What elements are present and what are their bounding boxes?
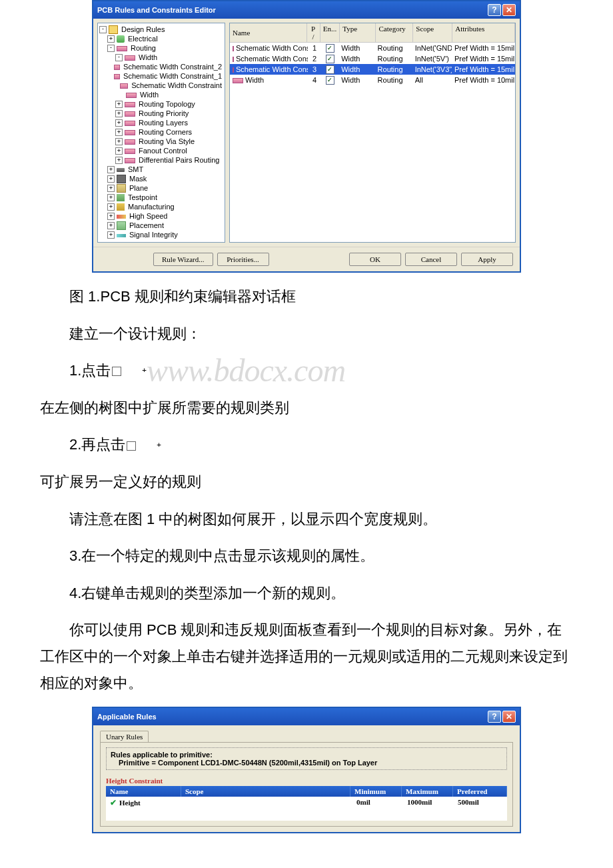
- paragraph: 4.右键单击规则的类型添加一个新的规则。: [40, 580, 573, 607]
- tree-routing[interactable]: Routing: [129, 43, 157, 53]
- rule-type: Width: [338, 75, 374, 85]
- apply-button[interactable]: Apply: [461, 253, 513, 266]
- expand-icon[interactable]: +: [107, 203, 115, 211]
- tree-root[interactable]: Design Rules: [120, 25, 166, 34]
- collapse-icon[interactable]: -: [115, 54, 123, 61]
- help-button[interactable]: ?: [488, 4, 501, 16]
- expand-icon[interactable]: +: [115, 119, 123, 127]
- collapse-icon[interactable]: -: [99, 26, 107, 33]
- box-value: Primitive = Component LCD1-DMC-50448N (5…: [119, 759, 377, 767]
- tree-via[interactable]: Routing Via Style: [137, 137, 196, 146]
- tree-diffpair[interactable]: Differential Pairs Routing: [137, 155, 221, 165]
- rule-attributes: Pref Width = 15mil Min Wi: [452, 43, 515, 53]
- tree-electrical[interactable]: Electrical: [127, 34, 159, 43]
- dialog-titlebar[interactable]: PCB Rules and Constraints Editor ? ✕: [93, 1, 520, 19]
- check-icon: ✔: [110, 798, 117, 807]
- ok-button[interactable]: OK: [349, 253, 401, 266]
- expand-icon[interactable]: +: [107, 185, 115, 192]
- expand-icon[interactable]: +: [115, 157, 123, 164]
- enabled-checkbox[interactable]: ✓: [326, 65, 334, 74]
- tree-plane[interactable]: Plane: [128, 183, 149, 193]
- col-attributes[interactable]: Attributes: [452, 23, 515, 42]
- expand-icon[interactable]: +: [107, 231, 115, 239]
- col-priority[interactable]: P /: [307, 23, 320, 42]
- tree-topology[interactable]: Routing Topology: [137, 99, 197, 109]
- paragraph: 2.再点击+: [40, 431, 573, 458]
- tree-sig[interactable]: Signal Integrity: [128, 230, 179, 239]
- paragraph: 在左侧的树图中扩展所需要的规则类别: [40, 395, 573, 421]
- rule-attributes: Pref Width = 15mil Min Wi: [452, 65, 515, 74]
- tab-unary-rules[interactable]: Unary Rules: [100, 731, 149, 742]
- tree-priority[interactable]: Routing Priority: [137, 109, 190, 118]
- rule-scope: InNet('5V'): [412, 54, 452, 63]
- tree-layers[interactable]: Routing Layers: [137, 118, 189, 127]
- expand-icon[interactable]: +: [115, 129, 123, 136]
- list-row[interactable]: Schematic Width Constraint3✓WidthRouting…: [230, 64, 515, 75]
- tree-width2[interactable]: Width: [139, 90, 160, 99]
- expand-icon[interactable]: +: [107, 222, 115, 229]
- enabled-checkbox[interactable]: ✓: [326, 76, 334, 85]
- expand-icon[interactable]: +: [107, 166, 115, 173]
- dialog-title: PCB Rules and Constraints Editor: [97, 6, 216, 14]
- tree-corners[interactable]: Routing Corners: [137, 127, 193, 137]
- rule-attributes: Pref Width = 15mil Min Wi: [452, 54, 515, 63]
- rules-tree[interactable]: -Design Rules +Electrical -Routing -Widt…: [97, 23, 225, 243]
- rule-type: Width: [338, 54, 374, 63]
- rules-list[interactable]: Name P / En... Type Category Scope Attri…: [229, 23, 516, 243]
- col-enabled[interactable]: En...: [320, 23, 340, 42]
- tree-smt[interactable]: SMT: [127, 165, 145, 174]
- close-button[interactable]: ✕: [502, 711, 516, 723]
- tree-swc1[interactable]: Schematic Width Constraint_1: [122, 71, 223, 81]
- list-row[interactable]: Schematic Width Constraint_2✓WidthRoutin…: [230, 53, 515, 64]
- col-category[interactable]: Category: [376, 23, 413, 42]
- mask-icon: [117, 175, 126, 183]
- rule-table-row[interactable]: ✔Height 0mil 1000mil 500mil: [106, 797, 507, 809]
- priorities-button[interactable]: Priorities...: [217, 253, 269, 266]
- enabled-checkbox[interactable]: ✓: [326, 55, 334, 63]
- smt-icon: [117, 168, 125, 172]
- col-type[interactable]: Type: [340, 23, 376, 42]
- expand-icon[interactable]: +: [107, 194, 115, 201]
- list-row[interactable]: Schematic Width Constraint_1✓WidthRoutin…: [230, 43, 515, 53]
- expand-icon[interactable]: +: [115, 110, 123, 117]
- dialog-titlebar[interactable]: Applicable Rules ? ✕: [93, 708, 520, 725]
- rule-scope: [181, 797, 352, 809]
- expand-icon[interactable]: +: [115, 138, 123, 145]
- tree-mfg[interactable]: Manufacturing: [127, 202, 176, 211]
- tree-placement[interactable]: Placement: [128, 221, 165, 230]
- cancel-button[interactable]: Cancel: [405, 253, 457, 266]
- list-row[interactable]: Width4✓WidthRoutingAllPref Width = 10mil…: [230, 75, 515, 85]
- expand-icon[interactable]: +: [115, 147, 123, 155]
- tree-fanout[interactable]: Fanout Control: [137, 146, 189, 155]
- tree-swc[interactable]: Schematic Width Constraint: [130, 81, 223, 90]
- paragraph: 可扩展另一定义好的规则: [40, 469, 573, 495]
- rule-icon: [233, 78, 243, 83]
- tree-hs[interactable]: High Speed: [128, 211, 169, 221]
- collapse-icon[interactable]: -: [107, 45, 115, 52]
- placement-icon: [117, 221, 126, 230]
- tree-mask[interactable]: Mask: [128, 174, 148, 183]
- tree-width[interactable]: Width: [137, 53, 159, 62]
- routing-icon: [125, 102, 135, 107]
- expand-icon[interactable]: +: [107, 35, 115, 43]
- rule-pref: 500mil: [458, 798, 479, 806]
- enabled-checkbox[interactable]: ✓: [326, 44, 334, 53]
- tree-testpoint[interactable]: Testpoint: [127, 193, 159, 202]
- close-button[interactable]: ✕: [502, 4, 516, 16]
- rule-category: Routing: [375, 54, 412, 63]
- col-scope[interactable]: Scope: [413, 23, 452, 42]
- rule-attributes: Pref Width = 10mil Min Wi: [452, 75, 515, 85]
- col-name[interactable]: Name: [230, 23, 307, 42]
- rule-min: 0mil: [356, 798, 370, 806]
- col-scope: Scope: [181, 786, 350, 797]
- help-button[interactable]: ?: [488, 711, 501, 723]
- expand-icon[interactable]: +: [107, 213, 115, 220]
- rule-icon: [233, 57, 234, 62]
- tree-swc2[interactable]: Schematic Width Constraint_2: [122, 62, 223, 71]
- expand-icon[interactable]: +: [115, 101, 123, 108]
- expand-icon[interactable]: +: [107, 175, 115, 183]
- width-icon: [125, 55, 135, 61]
- list-header[interactable]: Name P / En... Type Category Scope Attri…: [230, 23, 515, 43]
- plus-box-icon: +: [127, 441, 136, 451]
- rule-wizard-button[interactable]: Rule Wizard...: [153, 253, 213, 266]
